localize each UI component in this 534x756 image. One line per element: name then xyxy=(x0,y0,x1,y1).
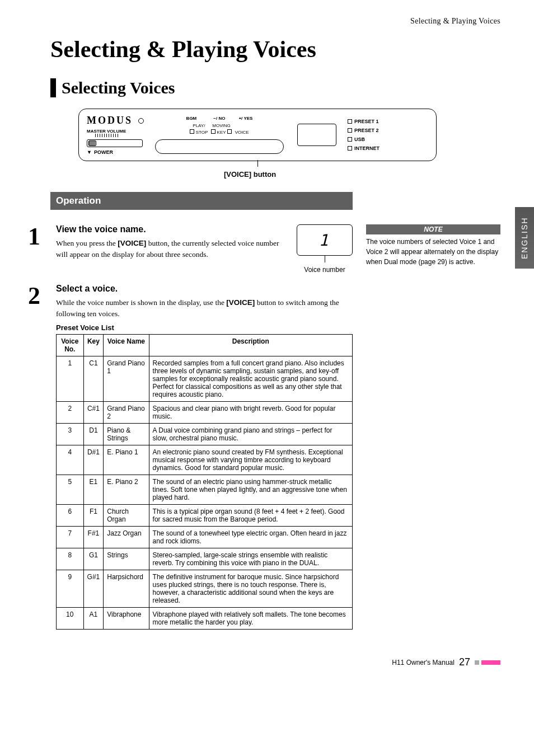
indicator-led-icon xyxy=(138,118,144,124)
table-row: 8G1StringsStereo-sampled, large-scale st… xyxy=(57,548,353,570)
page-footer: H11 Owner's Manual 27 xyxy=(50,656,500,668)
port-box-icon xyxy=(348,119,352,124)
cell-voice-name: Harpsichord xyxy=(104,570,149,608)
language-tab: ENGLISH xyxy=(515,207,534,269)
cell-voice-no: 5 xyxy=(57,475,84,505)
cell-key: C1 xyxy=(83,356,104,402)
volume-tick-icon xyxy=(95,134,118,137)
mini-display-line-icon xyxy=(325,256,325,262)
cell-key: D1 xyxy=(83,424,104,445)
th-key: Key xyxy=(83,335,104,356)
voice-table-title: Preset Voice List xyxy=(56,323,353,332)
port-box-icon xyxy=(348,146,352,151)
cell-voice-name: E. Piano 2 xyxy=(104,475,149,505)
footer-deco-icon xyxy=(475,660,500,665)
table-row: 7F#1Jazz OrganThe sound of a tonewheel t… xyxy=(57,527,353,548)
cell-key: F1 xyxy=(83,505,104,527)
key-box-icon xyxy=(211,129,216,134)
panel-mid: BGM −/ NO +/ YES PLAY/ STOP MOVING KEY V… xyxy=(155,116,284,154)
stop-box-icon xyxy=(190,129,194,134)
master-volume-label: MASTER VOLUME xyxy=(87,129,126,134)
cell-voice-no: 4 xyxy=(57,445,84,475)
cell-key: A1 xyxy=(83,608,104,630)
cell-description: Recorded samples from a full concert gra… xyxy=(149,356,352,402)
table-row: 6F1Church OrganThis is a typical pipe or… xyxy=(57,505,353,527)
cell-key: E1 xyxy=(83,475,104,505)
key-label: KEY xyxy=(217,130,226,135)
cell-voice-name: Grand Piano 1 xyxy=(104,356,149,402)
cell-voice-name: Vibraphone xyxy=(104,608,149,630)
cell-voice-no: 7 xyxy=(57,527,84,548)
cell-voice-no: 9 xyxy=(57,570,84,608)
stop-label: STOP xyxy=(196,130,208,135)
footer-page-number: 27 xyxy=(459,656,470,668)
power-label: ▼ POWER xyxy=(87,149,144,155)
table-row: 2C#1Grand Piano 2Spacious and clear pian… xyxy=(57,402,353,424)
section-title-row: Selecting Voices xyxy=(50,78,500,97)
table-row: 1C1Grand Piano 1Recorded samples from a … xyxy=(57,356,353,402)
th-voice-name: Voice Name xyxy=(104,335,149,356)
panel-left: MODUS MASTER VOLUME ▼ POWER xyxy=(87,115,144,155)
minus-no-label: −/ NO xyxy=(213,116,225,121)
note-text: The voice numbers of selected Voice 1 an… xyxy=(366,237,500,267)
panel-outline: MODUS MASTER VOLUME ▼ POWER BGM xyxy=(78,109,437,161)
mini-display-caption: Voice number xyxy=(297,266,353,274)
cell-voice-no: 6 xyxy=(57,505,84,527)
step-2-text: While the voice number is shown in the d… xyxy=(56,297,353,319)
operation-heading: Operation xyxy=(50,192,353,210)
voice-label: VOICE xyxy=(235,130,249,135)
panel-display-icon xyxy=(297,124,336,146)
cell-description: The definitive instrument for baroque mu… xyxy=(149,570,352,608)
cell-description: Vibraphone played with relatively soft m… xyxy=(149,608,352,630)
cell-key: D#1 xyxy=(83,445,104,475)
bgm-label: BGM xyxy=(186,116,197,121)
port-box-icon xyxy=(348,128,352,133)
cell-description: A Dual voice combining grand piano and s… xyxy=(149,424,352,445)
panel-logo: MODUS xyxy=(87,115,133,126)
section-bar-icon xyxy=(50,78,56,97)
running-header: Selecting & Playing Voices xyxy=(50,17,500,26)
table-row: 5E1E. Piano 2The sound of an electric pi… xyxy=(57,475,353,505)
th-description: Description xyxy=(149,335,352,356)
volume-slider-icon xyxy=(87,139,143,147)
th-voice-no: Voice No. xyxy=(57,335,84,356)
step-2: 2 Select a voice. While the voice number… xyxy=(50,284,353,630)
preset2-label: PRESET 2 xyxy=(354,128,379,133)
step-1-title: View the voice name. xyxy=(56,224,283,234)
cell-key: F#1 xyxy=(83,527,104,548)
cell-description: An electronic piano sound created by FM … xyxy=(149,445,352,475)
table-row: 3D1Piano & StringsA Dual voice combining… xyxy=(57,424,353,445)
power-text: POWER xyxy=(94,149,113,155)
cell-description: The sound of a tonewheel type electric o… xyxy=(149,527,352,548)
section-title: Selecting Voices xyxy=(62,78,175,97)
step-2-title: Select a voice. xyxy=(56,284,353,294)
chapter-title: Selecting & Playing Voices xyxy=(50,36,500,63)
panel-right: PRESET 1 PRESET 2 USB INTERNET xyxy=(348,119,380,151)
table-row: 9G#1HarpsichordThe definitive instrument… xyxy=(57,570,353,608)
mini-display: 1 Voice number xyxy=(297,224,353,274)
power-triangle-icon: ▼ xyxy=(87,149,92,155)
step-number: 1 xyxy=(28,224,48,274)
cell-key: G1 xyxy=(83,548,104,570)
cell-voice-name: Strings xyxy=(104,548,149,570)
voice-button-caption: [VOICE] button xyxy=(224,170,500,179)
main-button-bar-icon xyxy=(155,139,284,154)
cell-description: The sound of an electric piano using ham… xyxy=(149,475,352,505)
cell-voice-name: Grand Piano 2 xyxy=(104,402,149,424)
moving-label: MOVING xyxy=(212,123,230,128)
cell-description: This is a typical pipe organ sound (8 fe… xyxy=(149,505,352,527)
preset1-label: PRESET 1 xyxy=(354,119,379,124)
usb-label: USB xyxy=(354,137,365,142)
cell-key: G#1 xyxy=(83,570,104,608)
cell-voice-name: Jazz Organ xyxy=(104,527,149,548)
cell-voice-name: Piano & Strings xyxy=(104,424,149,445)
footer-manual: H11 Owner's Manual xyxy=(392,659,455,666)
control-panel-illustration: MODUS MASTER VOLUME ▼ POWER BGM xyxy=(78,109,500,179)
table-row: 10A1VibraphoneVibraphone played with rel… xyxy=(57,608,353,630)
cell-voice-name: Church Organ xyxy=(104,505,149,527)
note-box: NOTE The voice numbers of selected Voice… xyxy=(366,224,500,267)
cell-voice-name: E. Piano 1 xyxy=(104,445,149,475)
cell-voice-no: 10 xyxy=(57,608,84,630)
mini-display-value: 1 xyxy=(319,231,331,250)
cell-voice-no: 8 xyxy=(57,548,84,570)
